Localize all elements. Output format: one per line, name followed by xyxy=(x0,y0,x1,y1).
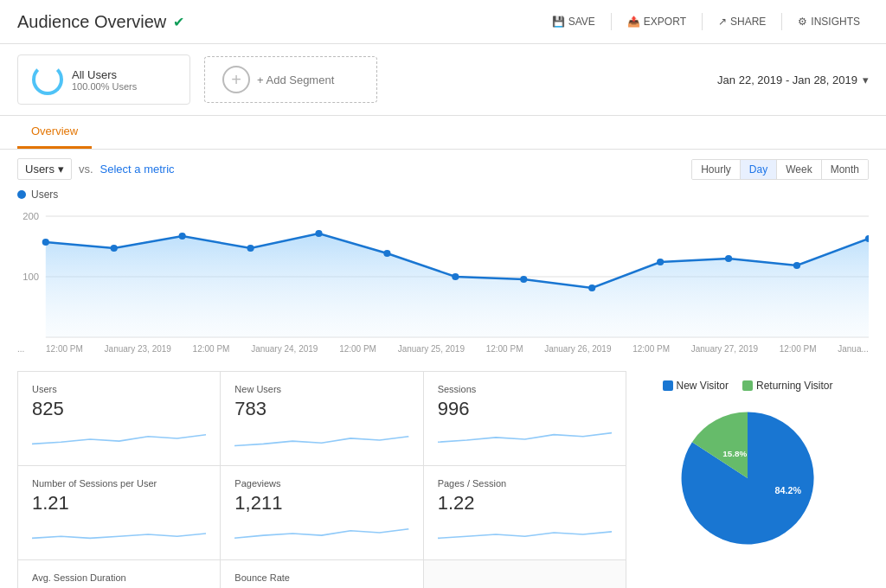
metric-new-users: New Users 783 xyxy=(221,372,423,466)
data-point xyxy=(383,250,390,257)
divider xyxy=(781,13,782,30)
metric-name: New Users xyxy=(234,384,408,394)
page-title: Audience Overview xyxy=(17,12,166,32)
metric-label: Users xyxy=(25,163,55,176)
metric-name: Bounce Rate xyxy=(234,572,408,583)
metric-value: 825 xyxy=(32,398,206,420)
line-chart: 200 100 xyxy=(17,204,869,342)
verified-icon: ✔ xyxy=(173,14,184,30)
x-label: January 24, 2019 xyxy=(251,344,318,354)
pie-svg: 84.2% 15.8% xyxy=(670,400,825,556)
insights-button[interactable]: ⚙ INSIGHTS xyxy=(789,10,869,33)
metric-pageviews: Pageviews 1,211 xyxy=(221,466,423,560)
chart-section: Users 200 100 xyxy=(0,189,886,361)
header-left: Audience Overview ✔ xyxy=(17,12,184,32)
data-point xyxy=(657,259,664,265)
chevron-down-icon: ▾ xyxy=(58,163,64,176)
toolbar: Users ▾ vs. Select a metric Hourly Day W… xyxy=(0,150,886,189)
metric-value: 1.22 xyxy=(438,492,612,514)
x-label: 12:00 PM xyxy=(193,344,230,354)
export-icon: 📤 xyxy=(627,16,640,28)
share-button[interactable]: ↗ SHARE xyxy=(709,10,774,33)
date-range-picker[interactable]: Jan 22, 2019 - Jan 28, 2019 ▾ xyxy=(717,74,869,86)
data-point xyxy=(315,230,322,237)
vs-label: vs. xyxy=(79,163,93,176)
x-label: 12:00 PM xyxy=(46,344,83,354)
all-users-segment[interactable]: All Users 100.00% Users xyxy=(17,54,190,105)
metric-name: Users xyxy=(32,384,206,394)
x-label: ... xyxy=(17,344,24,354)
new-visitor-pct: 84.2% xyxy=(775,485,802,495)
insights-icon: ⚙ xyxy=(798,16,807,28)
share-icon: ↗ xyxy=(718,16,727,28)
data-point xyxy=(588,284,595,291)
mini-chart xyxy=(438,425,612,453)
tab-overview[interactable]: Overview xyxy=(17,116,92,149)
segment-bar: All Users 100.00% Users + + Add Segment … xyxy=(0,44,886,116)
data-point xyxy=(42,239,49,246)
svg-text:100: 100 xyxy=(22,272,39,282)
data-point xyxy=(452,273,459,280)
mini-chart xyxy=(32,425,206,453)
add-segment-button[interactable]: + + Add Segment xyxy=(204,56,377,103)
chart-svg: 200 100 xyxy=(17,204,869,342)
month-button[interactable]: Month xyxy=(822,160,868,179)
metric-empty xyxy=(424,560,626,588)
pie-chart: 84.2% 15.8% xyxy=(670,400,825,556)
metric-name: Sessions xyxy=(438,384,612,394)
x-label: January 23, 2019 xyxy=(105,344,171,354)
metrics-section: Users 825 New Users 783 Sessions xyxy=(0,361,886,588)
metric-name: Number of Sessions per User xyxy=(32,478,206,489)
x-label: 12:00 PM xyxy=(780,344,817,354)
data-point xyxy=(725,255,732,262)
metric-value: 1,211 xyxy=(234,492,408,514)
data-point xyxy=(793,262,800,269)
divider xyxy=(611,13,612,30)
day-button[interactable]: Day xyxy=(741,160,777,179)
mini-chart xyxy=(234,520,408,547)
time-period-selector: Hourly Day Week Month xyxy=(691,159,869,180)
week-button[interactable]: Week xyxy=(777,160,821,179)
legend-returning-visitor: Returning Visitor xyxy=(742,380,833,392)
save-icon: 💾 xyxy=(552,16,565,28)
data-point xyxy=(247,245,254,252)
toolbar-left: Users ▾ vs. Select a metric xyxy=(17,158,175,180)
new-visitor-legend-dot xyxy=(663,380,673,391)
metric-pages-per-session: Pages / Session 1.22 xyxy=(424,466,626,560)
save-button[interactable]: 💾 SAVE xyxy=(543,10,604,33)
x-label: January 25, 2019 xyxy=(398,344,465,354)
hourly-button[interactable]: Hourly xyxy=(692,160,741,179)
metric-avg-session-duration: Avg. Session Duration 00:01:18 xyxy=(18,560,221,588)
metric-value: 783 xyxy=(234,398,408,420)
add-segment-label: + Add Segment xyxy=(257,74,334,86)
metric-sessions: Sessions 996 xyxy=(424,372,626,466)
returning-visitor-pct: 15.8% xyxy=(722,449,747,458)
x-label: Janua... xyxy=(838,344,869,354)
series-dot-icon xyxy=(17,190,26,199)
legend-new-visitor: New Visitor xyxy=(663,380,729,392)
data-point xyxy=(520,276,527,283)
x-label: January 27, 2019 xyxy=(691,344,758,354)
select-metric-link[interactable]: Select a metric xyxy=(100,163,175,176)
metric-dropdown[interactable]: Users ▾ xyxy=(17,158,72,180)
tabs-bar: Overview xyxy=(0,116,886,150)
segment-name: All Users xyxy=(72,68,137,81)
new-visitor-legend-label: New Visitor xyxy=(677,380,729,392)
metric-value: 1.21 xyxy=(32,492,206,514)
header-actions: 💾 SAVE 📤 EXPORT ↗ SHARE ⚙ INSIGHTS xyxy=(543,10,869,33)
data-point xyxy=(179,233,186,240)
returning-visitor-legend-label: Returning Visitor xyxy=(756,380,833,392)
segment-ring-icon xyxy=(32,64,63,95)
metric-users: Users 825 xyxy=(18,372,221,466)
add-icon: + xyxy=(222,66,250,93)
metric-name: Pages / Session xyxy=(438,478,612,489)
mini-chart xyxy=(438,520,612,547)
metric-name: Pageviews xyxy=(234,478,408,489)
mini-chart xyxy=(32,520,206,547)
segment-sub: 100.00% Users xyxy=(72,81,137,92)
export-button[interactable]: 📤 EXPORT xyxy=(619,10,695,33)
metric-sessions-per-user: Number of Sessions per User 1.21 xyxy=(18,466,221,560)
returning-visitor-legend-dot xyxy=(742,380,753,391)
chevron-down-icon: ▾ xyxy=(863,74,869,86)
data-point xyxy=(111,245,118,252)
